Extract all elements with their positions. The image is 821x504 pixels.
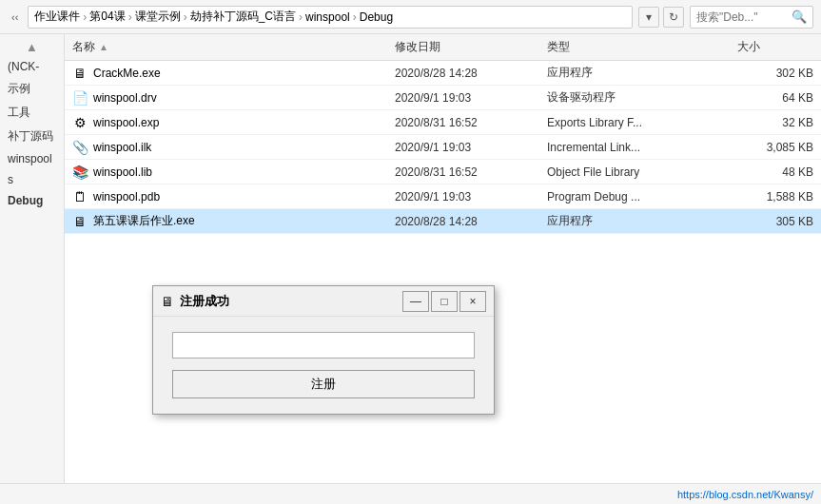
sort-arrow-name: ▲ [99, 42, 108, 52]
dialog-close-button[interactable]: × [459, 291, 486, 312]
sidebar-item-6[interactable]: Debug [0, 190, 64, 211]
file-icon: 📄 [72, 90, 88, 106]
breadcrumb-item-1[interactable]: 第04课 [89, 9, 125, 25]
file-list-header: 名称 ▲ 修改日期 类型 大小 [65, 34, 821, 61]
dialog-maximize-button[interactable]: □ [431, 291, 458, 312]
file-icon: 🗒 [72, 189, 88, 204]
dialog-control-buttons: — □ × [402, 291, 486, 312]
file-rows: 🖥 CrackMe.exe 2020/8/28 14:28 应用程序 302 K… [65, 61, 821, 483]
breadcrumb[interactable]: 作业课件 › 第04课 › 课堂示例 › 劫持补丁源码_C语言 › winspo… [28, 6, 633, 29]
file-name-cell: 🖥 CrackMe.exe [72, 66, 395, 81]
register-button[interactable]: 注册 [172, 370, 475, 398]
col-header-type[interactable]: 类型 [547, 39, 737, 55]
col-header-size[interactable]: 大小 [737, 39, 813, 55]
sidebar-item-2[interactable]: 工具 [0, 101, 64, 125]
breadcrumb-sep-4: › [353, 10, 357, 24]
breadcrumb-item-2[interactable]: 课堂示例 [135, 9, 181, 25]
breadcrumb-sep-3: › [299, 10, 303, 24]
sidebar-item-3[interactable]: 补丁源码 [0, 125, 64, 148]
search-input[interactable] [696, 10, 792, 24]
file-list: 名称 ▲ 修改日期 类型 大小 🖥 CrackMe.exe [65, 34, 821, 483]
file-name-cell: 🗒 winspool.pdb [72, 189, 395, 204]
status-url: https://blog.csdn.net/Kwansy/ [677, 489, 813, 500]
sidebar-item-0[interactable]: (NCK- [0, 56, 64, 77]
search-icon[interactable]: 🔍 [792, 10, 807, 24]
sidebar: ▲ (NCK- 示例 工具 补丁源码 winspool s Debug [0, 34, 65, 483]
table-row[interactable]: 📎 winspool.ilk 2020/9/1 19:03 Incrementa… [65, 135, 821, 160]
table-row[interactable]: 🖥 CrackMe.exe 2020/8/28 14:28 应用程序 302 K… [65, 61, 821, 86]
dialog-title-icon: 🖥 [161, 294, 174, 309]
sidebar-item-4[interactable]: winspool [0, 148, 64, 169]
dialog-content: 注册 [153, 317, 494, 414]
dialog-minimize-button[interactable]: — [402, 291, 429, 312]
col-header-name[interactable]: 名称 ▲ [72, 39, 395, 55]
file-icon: ⚙ [72, 115, 88, 130]
back-button[interactable]: ‹‹ [8, 10, 22, 25]
dialog-titlebar: 🖥 注册成功 — □ × [153, 286, 494, 317]
dialog-title-text: 注册成功 [180, 293, 397, 310]
refresh-button[interactable]: ↻ [663, 7, 684, 28]
breadcrumb-sep-1: › [128, 10, 132, 24]
file-icon: 📚 [72, 165, 88, 180]
dialog-input-field[interactable] [172, 332, 475, 359]
breadcrumb-item-0[interactable]: 作业课件 [34, 9, 80, 25]
address-bar: ‹‹ 作业课件 › 第04课 › 课堂示例 › 劫持补丁源码_C语言 › win… [0, 0, 821, 34]
file-name-cell: ⚙ winspool.exp [72, 115, 395, 130]
file-icon: 📎 [72, 140, 88, 155]
breadcrumb-item-3[interactable]: 劫持补丁源码_C语言 [190, 9, 296, 25]
file-name-cell: 📚 winspool.lib [72, 165, 395, 180]
table-row[interactable]: 🗒 winspool.pdb 2020/9/1 19:03 Program De… [65, 184, 821, 209]
file-name-cell: 📄 winspool.drv [72, 90, 395, 106]
file-icon: 🖥 [72, 214, 88, 229]
breadcrumb-sep-2: › [184, 10, 187, 24]
dropdown-button[interactable]: ▾ [638, 7, 659, 28]
table-row[interactable]: ⚙ winspool.exp 2020/8/31 16:52 Exports L… [65, 110, 821, 135]
search-box[interactable]: 🔍 [690, 6, 813, 29]
status-bar: https://blog.csdn.net/Kwansy/ [0, 483, 821, 504]
breadcrumb-sep-0: › [83, 10, 87, 24]
explorer-window: ‹‹ 作业课件 › 第04课 › 课堂示例 › 劫持补丁源码_C语言 › win… [0, 0, 821, 504]
breadcrumb-item-4[interactable]: winspool [305, 10, 350, 24]
col-header-date[interactable]: 修改日期 [395, 39, 547, 55]
file-name-cell: 🖥 第五课课后作业.exe [72, 213, 395, 229]
address-buttons: ▾ ↻ [638, 7, 684, 28]
breadcrumb-item-5[interactable]: Debug [360, 10, 393, 24]
dialog-window: 🖥 注册成功 — □ × 注册 [152, 285, 495, 415]
table-row[interactable]: 📚 winspool.lib 2020/8/31 16:52 Object Fi… [65, 160, 821, 184]
table-row[interactable]: 🖥 第五课课后作业.exe 2020/8/28 14:28 应用程序 305 K… [65, 209, 821, 234]
sidebar-item-5[interactable]: s [0, 169, 64, 190]
main-area: ▲ (NCK- 示例 工具 补丁源码 winspool s Debug 名称 ▲… [0, 34, 821, 483]
file-name-cell: 📎 winspool.ilk [72, 140, 395, 155]
table-row[interactable]: 📄 winspool.drv 2020/9/1 19:03 设备驱动程序 64 … [65, 86, 821, 110]
file-icon: 🖥 [72, 66, 88, 81]
sidebar-item-1[interactable]: 示例 [0, 77, 64, 101]
sidebar-scroll-up[interactable]: ▲ [0, 38, 64, 56]
